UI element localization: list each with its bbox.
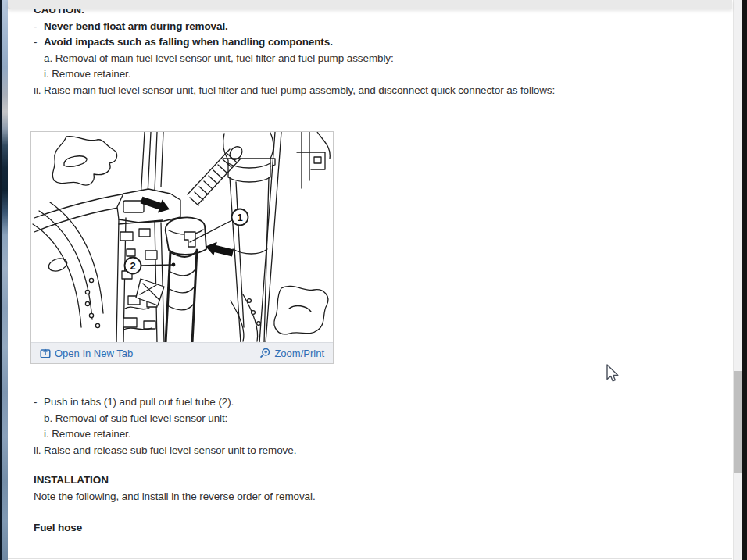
installation-heading: INSTALLATION (34, 473, 729, 489)
open-in-new-tab-label: Open In New Tab (55, 348, 133, 359)
open-in-new-tab-icon (40, 348, 51, 358)
push-tabs-bullet: -Push in tabs (1) and pull out fuel tube… (34, 394, 729, 411)
removal-steps-section: -Push in tabs (1) and pull out fuel tube… (34, 394, 729, 458)
caution-bullet-2: -Avoid impacts such as falling when hand… (34, 34, 729, 51)
mouse-cursor (604, 363, 623, 383)
installation-note: Note the following, and install in the r… (34, 489, 729, 505)
fuel-hose-section: Fuel hose (34, 520, 729, 537)
arrow-icon-left (206, 242, 234, 257)
caution-section: CAUTION: -Never bend float arm during re… (34, 2, 729, 98)
callout-2-label: 2 (130, 260, 135, 272)
step-a-ii: ii. Raise main fuel level sensor unit, f… (34, 83, 729, 99)
step-b-i: i. Remove retainer. (34, 426, 729, 443)
callout-1-label: 1 (237, 212, 242, 223)
fuel-pump-line-drawing: 1 2 (31, 132, 333, 342)
step-b-ii: ii. Raise and release sub fuel level sen… (34, 443, 729, 459)
caution-bullet-1: -Never bend float arm during removal. (34, 19, 729, 35)
bottom-divider (8, 558, 732, 559)
background-image-strip (2, 0, 8, 560)
zoom-print-link[interactable]: Zoom/Print (259, 348, 324, 359)
zoom-in-icon (259, 348, 270, 358)
step-b: b. Removal of sub fuel level sensor unit… (34, 411, 729, 427)
scrollbar-track[interactable] (733, 0, 742, 560)
top-toolbar (8, 0, 732, 9)
technical-illustration: 1 2 (31, 132, 333, 342)
scrollbar-thumb[interactable] (734, 371, 742, 473)
step-a: a. Removal of main fuel level sensor uni… (34, 51, 729, 67)
zoom-print-label: Zoom/Print (274, 348, 324, 359)
step-a-i: i. Remove retainer. (34, 66, 729, 83)
fuel-hose-heading: Fuel hose (34, 520, 729, 537)
window-right-edge (742, 0, 747, 560)
installation-section: INSTALLATION Note the following, and ins… (34, 473, 729, 505)
open-in-new-tab-link[interactable]: Open In New Tab (40, 348, 133, 359)
figure-footer: Open In New Tab Zoom/Print (31, 342, 333, 363)
figure-card: 1 2 Open In New Tab Zoom/Print (30, 131, 334, 364)
